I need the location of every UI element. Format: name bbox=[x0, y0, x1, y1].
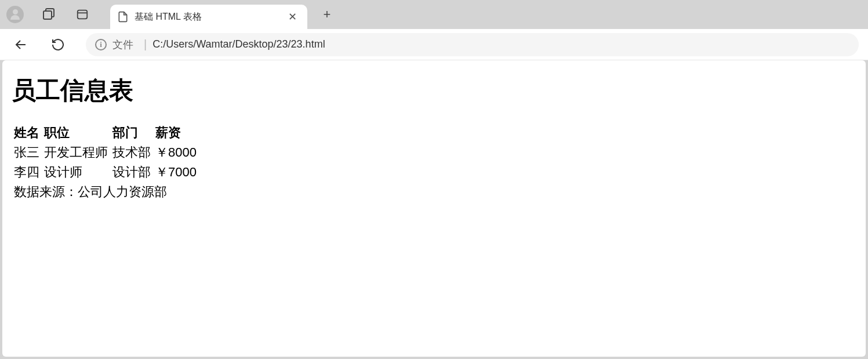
cell-salary: ￥8000 bbox=[153, 143, 199, 162]
table-row: 张三 开发工程师 技术部 ￥8000 bbox=[12, 143, 199, 162]
tab-title: 基础 HTML 表格 bbox=[135, 11, 285, 23]
browser-toolbar: i 文件 | C:/Users/Wamtar/Desktop/23/23.htm… bbox=[0, 29, 868, 60]
table-header-row: 姓名 职位 部门 薪资 bbox=[12, 123, 199, 143]
back-button[interactable] bbox=[9, 33, 32, 56]
browser-tab[interactable]: 基础 HTML 表格 ✕ bbox=[110, 5, 307, 29]
page-heading: 员工信息表 bbox=[12, 74, 856, 107]
col-header-position: 职位 bbox=[42, 123, 110, 143]
table-footer: 数据来源：公司人力资源部 bbox=[12, 182, 199, 202]
table-footer-row: 数据来源：公司人力资源部 bbox=[12, 182, 199, 202]
col-header-name: 姓名 bbox=[12, 123, 42, 143]
close-tab-button[interactable]: ✕ bbox=[285, 9, 300, 24]
profile-button[interactable] bbox=[5, 4, 26, 25]
address-separator: | bbox=[144, 38, 147, 51]
col-header-department: 部门 bbox=[110, 123, 153, 143]
reload-button[interactable] bbox=[46, 33, 70, 56]
address-path: C:/Users/Wamtar/Desktop/23/23.html bbox=[152, 38, 325, 50]
file-icon bbox=[117, 11, 129, 23]
address-scheme: 文件 bbox=[112, 38, 133, 52]
address-bar[interactable]: i 文件 | C:/Users/Wamtar/Desktop/23/23.htm… bbox=[86, 33, 859, 56]
cell-department: 技术部 bbox=[110, 143, 153, 162]
cell-name: 李四 bbox=[12, 162, 42, 182]
table-row: 李四 设计师 设计部 ￥7000 bbox=[12, 162, 199, 182]
workspaces-icon[interactable] bbox=[38, 4, 59, 25]
browser-tab-strip: 基础 HTML 表格 ✕ + bbox=[0, 0, 868, 29]
cell-position: 开发工程师 bbox=[42, 143, 110, 162]
window-icon[interactable] bbox=[72, 4, 93, 25]
cell-position: 设计师 bbox=[42, 162, 110, 182]
cell-salary: ￥7000 bbox=[153, 162, 199, 182]
cell-name: 张三 bbox=[12, 143, 42, 162]
svg-rect-0 bbox=[43, 11, 52, 19]
page-content: 员工信息表 姓名 职位 部门 薪资 张三 开发工程师 技术部 ￥8000 李四 … bbox=[2, 60, 866, 357]
info-icon: i bbox=[95, 39, 107, 50]
col-header-salary: 薪资 bbox=[153, 123, 199, 143]
employee-table: 姓名 职位 部门 薪资 张三 开发工程师 技术部 ￥8000 李四 设计师 设计… bbox=[12, 123, 199, 202]
svg-rect-1 bbox=[78, 10, 88, 19]
cell-department: 设计部 bbox=[110, 162, 153, 182]
new-tab-button[interactable]: + bbox=[317, 4, 337, 25]
address-prefix: i 文件 bbox=[95, 38, 133, 52]
